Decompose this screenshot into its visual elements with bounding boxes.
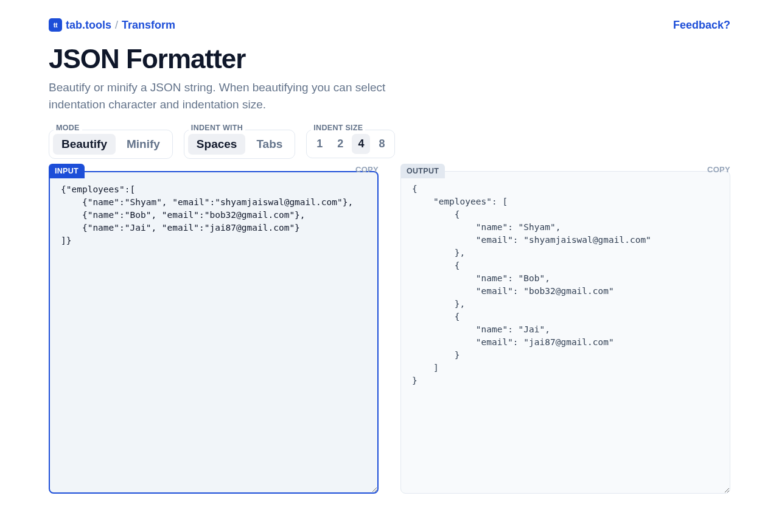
feedback-link[interactable]: Feedback? bbox=[673, 19, 730, 32]
indent-size-segmented: 1 2 4 8 bbox=[306, 130, 395, 158]
input-copy-button[interactable]: COPY bbox=[355, 165, 379, 174]
page-title: JSON Formatter bbox=[49, 44, 730, 74]
indent-size-1-button[interactable]: 1 bbox=[310, 134, 329, 154]
input-textarea[interactable] bbox=[49, 171, 379, 494]
indent-with-spaces-button[interactable]: Spaces bbox=[188, 134, 246, 155]
indent-size-label: INDENT SIZE bbox=[311, 124, 365, 132]
page-subtitle: Beautify or minify a JSON string. When b… bbox=[49, 79, 438, 113]
indent-with-tabs-button[interactable]: Tabs bbox=[248, 134, 291, 155]
output-textarea[interactable] bbox=[400, 171, 730, 494]
input-pane: INPUT COPY bbox=[49, 171, 379, 496]
output-tab-label: OUTPUT bbox=[400, 164, 445, 178]
mode-group: MODE Beautify Minify bbox=[49, 130, 173, 159]
indent-size-8-button[interactable]: 8 bbox=[372, 134, 391, 154]
mode-label: MODE bbox=[54, 124, 82, 132]
mode-beautify-button[interactable]: Beautify bbox=[53, 134, 116, 155]
indent-size-4-button[interactable]: 4 bbox=[352, 134, 370, 154]
output-copy-button[interactable]: COPY bbox=[707, 165, 730, 174]
mode-segmented: Beautify Minify bbox=[49, 130, 173, 159]
input-tab-label: INPUT bbox=[49, 164, 85, 178]
brand-link[interactable]: tab.tools bbox=[66, 19, 111, 32]
indent-with-segmented: Spaces Tabs bbox=[184, 130, 295, 159]
breadcrumb-separator: / bbox=[115, 19, 118, 32]
breadcrumb-current[interactable]: Transform bbox=[122, 19, 175, 32]
mode-minify-button[interactable]: Minify bbox=[118, 134, 169, 155]
logo-icon: tt bbox=[49, 18, 62, 32]
indent-with-group: INDENT WITH Spaces Tabs bbox=[184, 130, 295, 159]
breadcrumb: tt tab.tools / Transform bbox=[49, 18, 175, 32]
indent-with-label: INDENT WITH bbox=[189, 124, 245, 132]
output-pane: OUTPUT COPY bbox=[400, 171, 730, 496]
indent-size-group: INDENT SIZE 1 2 4 8 bbox=[306, 130, 395, 159]
indent-size-2-button[interactable]: 2 bbox=[331, 134, 349, 154]
